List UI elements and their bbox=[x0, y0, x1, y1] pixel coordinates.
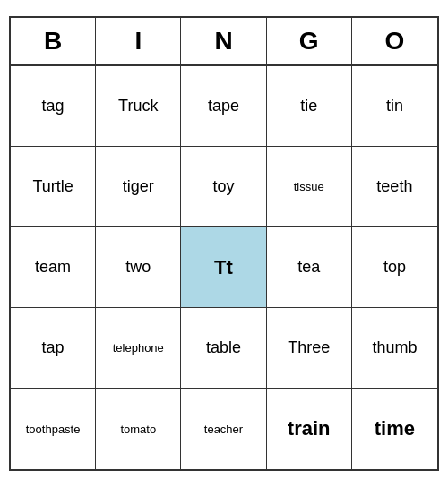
bingo-cell[interactable]: teeth bbox=[352, 147, 437, 227]
bingo-cell[interactable]: train bbox=[267, 389, 352, 469]
bingo-cell[interactable]: tag bbox=[11, 66, 96, 147]
bingo-cell[interactable]: tin bbox=[352, 66, 437, 147]
cell-text: two bbox=[125, 258, 151, 277]
cell-text: tissue bbox=[294, 180, 324, 193]
cell-text: teeth bbox=[376, 177, 412, 196]
bingo-cell[interactable]: tie bbox=[267, 66, 352, 147]
cell-text: train bbox=[288, 417, 331, 440]
cell-text: teacher bbox=[204, 423, 243, 436]
bingo-cell[interactable]: tissue bbox=[267, 147, 352, 227]
bingo-cell[interactable]: telephone bbox=[96, 308, 181, 389]
cell-text: toy bbox=[212, 177, 234, 196]
cell-text: tomato bbox=[120, 423, 156, 436]
bingo-cell[interactable]: team bbox=[11, 227, 96, 308]
bingo-cell[interactable]: Three bbox=[267, 308, 352, 389]
bingo-cell[interactable]: thumb bbox=[352, 308, 437, 389]
header-letter: I bbox=[96, 18, 181, 64]
bingo-cell[interactable]: tiger bbox=[96, 147, 181, 227]
cell-text: time bbox=[375, 417, 415, 440]
bingo-cell[interactable]: top bbox=[352, 227, 437, 308]
bingo-cell[interactable]: table bbox=[181, 308, 266, 389]
header-letter: O bbox=[352, 18, 437, 64]
bingo-cell[interactable]: Turtle bbox=[11, 147, 96, 227]
cell-text: tie bbox=[300, 97, 317, 115]
cell-text: toothpaste bbox=[26, 423, 81, 436]
cell-text: top bbox=[383, 258, 406, 277]
bingo-grid: tagTrucktapetietinTurtletigertoytissuete… bbox=[11, 66, 437, 469]
cell-text: tape bbox=[208, 97, 239, 115]
cell-text: tag bbox=[42, 97, 65, 115]
cell-text: tap bbox=[42, 338, 65, 357]
cell-text: telephone bbox=[113, 341, 164, 355]
header-letter: B bbox=[11, 18, 96, 64]
bingo-cell[interactable]: tea bbox=[267, 227, 352, 308]
bingo-cell[interactable]: teacher bbox=[181, 389, 266, 469]
header-letter: N bbox=[181, 18, 266, 64]
header-letter: G bbox=[267, 18, 352, 64]
bingo-cell[interactable]: time bbox=[352, 389, 437, 469]
bingo-cell[interactable]: Tt bbox=[181, 227, 266, 308]
cell-text: tea bbox=[297, 258, 320, 277]
cell-text: tiger bbox=[123, 177, 154, 196]
cell-text: thumb bbox=[372, 338, 417, 357]
cell-text: Turtle bbox=[32, 177, 73, 196]
cell-text: table bbox=[206, 338, 241, 357]
bingo-cell[interactable]: tap bbox=[11, 308, 96, 389]
bingo-cell[interactable]: Truck bbox=[96, 66, 181, 147]
bingo-cell[interactable]: toy bbox=[181, 147, 266, 227]
bingo-cell[interactable]: tape bbox=[181, 66, 266, 147]
cell-text: Truck bbox=[118, 97, 158, 115]
cell-text: team bbox=[35, 258, 71, 277]
bingo-cell[interactable]: tomato bbox=[96, 389, 181, 469]
bingo-card: BINGO tagTrucktapetietinTurtletigertoyti… bbox=[9, 16, 439, 471]
bingo-cell[interactable]: two bbox=[96, 227, 181, 308]
bingo-cell[interactable]: toothpaste bbox=[11, 389, 96, 469]
cell-text: tin bbox=[386, 97, 403, 115]
bingo-header: BINGO bbox=[11, 18, 437, 66]
cell-text: Three bbox=[288, 338, 330, 357]
cell-text: Tt bbox=[214, 256, 233, 279]
